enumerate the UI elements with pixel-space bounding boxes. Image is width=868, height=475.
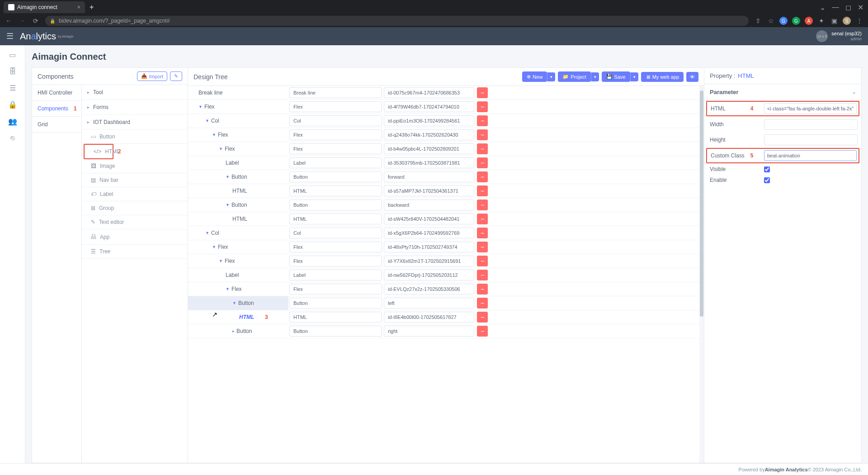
delete-row-button[interactable]: − [477,171,488,182]
tree-row[interactable]: Break line− [188,86,704,100]
tree-toggle-icon[interactable]: ▼ [205,119,209,123]
url-input[interactable]: 🔒 bidev.aimagin.com/?_pageId=_page_amgcn… [45,16,749,26]
delete-row-button[interactable]: − [477,242,488,252]
tree-id-input[interactable] [384,129,474,140]
close-window-icon[interactable]: ✕ [858,3,863,12]
tree-name-input[interactable] [289,129,382,140]
close-tab-icon[interactable]: × [77,4,80,10]
tree-id-input[interactable] [384,143,474,154]
tree-id-input[interactable] [384,284,474,294]
tree-row[interactable]: Label− [188,268,704,282]
tree-row[interactable]: ▼Flex− [188,240,704,254]
delete-row-button[interactable]: − [477,129,488,140]
tree-row[interactable]: ▼Flex− [188,282,704,296]
side-panel-icon[interactable]: ▣ [830,17,838,24]
tree-name-input[interactable] [289,185,382,196]
share-icon[interactable]: ⇧ [754,17,762,24]
tree-row[interactable]: ▼Flex− [188,100,704,114]
lock-icon[interactable]: 🔒 [8,100,17,109]
enable-checkbox[interactable] [764,177,770,183]
tab-components[interactable]: Components1 [32,101,81,117]
tree-row[interactable]: ▼Button− [188,170,704,184]
hamburger-icon[interactable]: ☰ [6,31,14,41]
tree-toggle-icon[interactable]: ▼ [198,104,203,109]
item-label[interactable]: 🏷Label [82,187,188,201]
delete-row-button[interactable]: − [477,200,488,210]
delete-row-button[interactable]: − [477,115,488,126]
item-button[interactable]: ▭Button [82,130,188,144]
item-app[interactable]: 品App [82,229,188,245]
delete-row-button[interactable]: − [477,101,488,112]
tree-name-input[interactable] [289,143,382,154]
custom-class-input[interactable] [764,150,857,161]
import-button[interactable]: 📥 Import [137,71,167,81]
tree-id-input[interactable] [384,270,474,280]
tree-toggle-icon[interactable]: ▼ [226,203,230,207]
tree-row[interactable]: ▼Flex− [188,128,704,142]
tree-toggle-icon[interactable]: ▼ [226,287,230,291]
item-group[interactable]: ⊞Group [82,201,188,215]
tree-row[interactable]: ▼Col− [188,226,704,240]
tree-row[interactable]: HTML− [188,212,704,226]
save-button[interactable]: 💾 Save [602,71,630,82]
users-icon[interactable]: 👥 [8,117,17,126]
tree-id-input[interactable] [384,157,474,168]
html-input[interactable] [764,103,857,114]
reload-icon[interactable]: ⟳ [32,17,40,24]
height-input[interactable] [764,134,858,145]
tree-id-input[interactable] [384,185,474,196]
tree-name-input[interactable] [289,256,382,266]
chevron-down-icon[interactable]: ⌄ [820,3,826,12]
item-tree[interactable]: ☰Tree [82,245,188,259]
tree-id-input[interactable] [384,228,474,238]
tree-row[interactable]: ▼Flex− [188,142,704,156]
ext-grammarly-icon[interactable]: G [792,17,800,25]
page-icon[interactable]: ▭ [9,51,16,59]
tree-row[interactable]: HTML3↖− [188,310,704,324]
delete-row-button[interactable]: − [477,312,488,323]
new-tab-button[interactable]: + [85,3,98,11]
new-dropdown[interactable]: ▾ [547,72,555,81]
tree-toggle-icon[interactable]: ▼ [226,175,230,179]
tree-name-input[interactable] [289,200,382,210]
tree-id-input[interactable] [384,256,474,266]
tree-id-input[interactable] [384,171,474,182]
tree-id-input[interactable] [384,242,474,252]
item-html[interactable]: </>HTML [84,144,113,159]
tree-name-input[interactable] [289,115,382,126]
delete-row-button[interactable]: − [477,284,488,294]
delete-row-button[interactable]: − [477,214,488,224]
tree-id-input[interactable] [384,298,474,309]
tree-name-input[interactable] [289,298,382,309]
visible-checkbox[interactable] [764,166,770,172]
tree-body[interactable]: Break line−▼Flex−▼Col−▼Flex−▼Flex−Label−… [188,86,704,463]
preview-button[interactable]: 👁 [686,72,698,82]
menu-icon[interactable]: ⋮ [855,17,863,24]
delete-row-button[interactable]: − [477,87,488,98]
item-texteditor[interactable]: ✎Text editor [82,215,188,229]
tree-toggle-icon[interactable]: ▸ [232,329,235,333]
browser-tab[interactable]: Aimagin connect × [4,1,85,13]
delete-row-button[interactable]: − [477,143,488,154]
tree-row[interactable]: ▼Flex− [188,254,704,268]
delete-row-button[interactable]: − [477,185,488,196]
tree-name-input[interactable] [289,214,382,224]
tab-grid[interactable]: Grid [32,117,81,133]
tree-name-input[interactable] [289,101,382,112]
save-dropdown[interactable]: ▾ [630,72,638,81]
tree-id-input[interactable] [384,214,474,224]
parameter-section[interactable]: Parameter⌄ [704,84,861,100]
delete-row-button[interactable]: − [477,326,488,337]
user-info[interactable]: 12 x 5 senal (esp32) admin [816,30,862,42]
delete-row-button[interactable]: − [477,256,488,266]
tab-hmi[interactable]: HMI Controller [32,85,81,101]
tree-row[interactable]: Label− [188,156,704,170]
tree-name-input[interactable] [289,326,382,337]
logout-icon[interactable]: ⎋ [10,134,15,142]
delete-row-button[interactable]: − [477,228,488,238]
tree-toggle-icon[interactable]: ▼ [219,147,223,151]
tree-name-input[interactable] [289,312,382,323]
delete-row-button[interactable]: − [477,270,488,280]
database-icon[interactable]: 🗄 [9,67,16,76]
item-navbar[interactable]: ▤Nav bar [82,173,188,187]
